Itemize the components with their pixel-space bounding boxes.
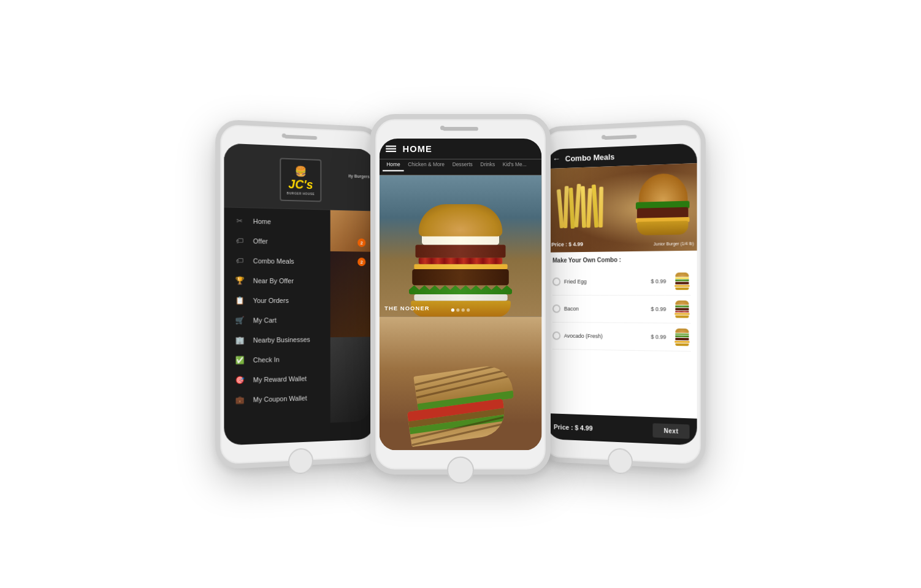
hamburger-line-2 <box>386 148 396 149</box>
phone-2: HOME Home Chicken & More Desserts Drinks… <box>370 114 551 475</box>
phone-3-screen: ← Combo Meals <box>547 143 697 445</box>
phone-3: ← Combo Meals <box>539 119 706 470</box>
radio-avocado[interactable] <box>552 331 560 340</box>
sidebar-cart-label: My Cart <box>253 316 366 324</box>
mini-bun-top-1 <box>675 272 689 277</box>
fried-egg-label: Fried Egg <box>564 278 648 284</box>
mini-bun-top-3 <box>675 328 689 332</box>
combo-option-fried-egg[interactable]: Fried Egg $ 0.99 <box>552 267 690 296</box>
mini-bun-bottom-3 <box>675 343 689 345</box>
make-combo-title: Make Your Own Combo : <box>552 255 690 263</box>
tab-kids[interactable]: Kid's Me... <box>499 159 530 171</box>
fry-6 <box>586 188 592 227</box>
combo-footer: Price : $ 4.99 Next <box>547 413 697 445</box>
cheese-layer <box>414 264 507 269</box>
bacon-price: $ 0.99 <box>651 306 666 312</box>
sidebar-coupon-label: My Coupon Wallet <box>253 392 366 403</box>
sidebar-item-nearby-businesses[interactable]: 🏢 Nearby Businesses <box>224 329 374 350</box>
combo-burger-illustration <box>636 169 691 245</box>
fry-1 <box>557 189 564 228</box>
home-header: HOME <box>380 138 542 159</box>
tab-home[interactable]: Home <box>383 159 404 171</box>
radio-fried-egg[interactable] <box>552 277 560 286</box>
mini-filling-3 <box>675 335 689 337</box>
bun-top <box>419 204 503 237</box>
panini-container <box>403 366 519 443</box>
meat-layer <box>416 245 506 258</box>
tab-desserts[interactable]: Desserts <box>448 159 476 171</box>
building-icon: 🏢 <box>234 335 246 344</box>
mini-cheese-3 <box>675 341 689 343</box>
combo-badge: 2 <box>357 258 365 266</box>
combo-screen-title: Combo Meals <box>565 151 615 162</box>
sidebar-home-label: Home <box>253 217 366 227</box>
mini-egg <box>675 277 689 279</box>
fry-5 <box>581 186 586 227</box>
mini-bacon <box>675 311 689 313</box>
checkin-icon: ✅ <box>234 356 246 365</box>
logo-subtitle: BURGER HOUSE <box>287 191 315 195</box>
next-button[interactable]: Next <box>653 423 690 439</box>
avocado-price: $ 0.99 <box>651 334 666 340</box>
combo-option-avocado[interactable]: Avocado (Fresh) $ 0.99 <box>552 322 690 351</box>
mini-cheese-1 <box>675 285 689 287</box>
burger-logo-icon: 🍔 <box>295 164 307 177</box>
hero-food-image: THE NOONER <box>380 175 542 316</box>
sidebar-nearby-label: Nearby Businesses <box>253 335 366 343</box>
bacon-layer <box>419 258 503 264</box>
sidebar-item-offer[interactable]: 🏷 Offer 2 <box>224 231 374 253</box>
sidebar-nearby-offer-label: Near By Offer <box>253 277 366 284</box>
fry-7 <box>592 184 598 227</box>
phone-2-home-button[interactable] <box>447 456 474 483</box>
combo-bun-bottom <box>637 221 689 235</box>
mini-patty-3 <box>675 338 689 340</box>
offer-icon: 🏷 <box>234 236 246 245</box>
sidebar-item-combo[interactable]: 🏷 Combo Meals 2 <box>224 250 374 271</box>
sidebar-offer-label: Offer <box>253 237 357 246</box>
combo-price-label: Price : $ 4.99 <box>551 241 583 248</box>
mini-patty-2 <box>675 308 689 310</box>
cart-icon: 🛒 <box>234 316 246 324</box>
sidebar-item-nearby-offer[interactable]: 🏆 Near By Offer <box>224 270 374 291</box>
sidebar-item-coupon[interactable]: 💼 My Coupon Wallet <box>224 386 374 410</box>
footer-price: Price : $ 4.99 <box>554 422 593 431</box>
combo-icon: 🏷 <box>234 256 246 265</box>
nearby-offer-icon: 🏆 <box>234 276 246 284</box>
combo-option-bacon[interactable]: Bacon $ 0.99 <box>552 295 690 323</box>
phone-3-home-button[interactable] <box>608 448 633 475</box>
home-screen-title: HOME <box>403 143 432 154</box>
tab-drinks[interactable]: Drinks <box>476 159 499 171</box>
fries-illustration <box>556 175 608 237</box>
sidebar-item-cart[interactable]: 🛒 My Cart <box>224 310 374 330</box>
coupon-icon: 💼 <box>234 395 246 405</box>
mini-bun-bottom-1 <box>675 287 689 289</box>
combo-food-image: Price : $ 4.99 Junior Burger (1/4 lb) <box>547 163 697 253</box>
hamburger-menu-icon[interactable] <box>386 145 396 152</box>
combo-burger-name: Junior Burger (1/4 lb) <box>654 241 694 246</box>
orders-icon: 📋 <box>234 296 246 305</box>
hero-burger <box>409 204 512 317</box>
avocado-burger-icon <box>673 328 690 346</box>
sidebar-item-orders[interactable]: 📋 Your Orders <box>224 290 374 310</box>
secondary-food-section <box>380 316 542 449</box>
sidebar-orders-label: Your Orders <box>253 296 366 304</box>
logo-badge: 🍔 JC's BURGER HOUSE <box>280 158 321 202</box>
sidebar-screen: ity Burgers 🍔 JC's BURGER HOUSE ✂ Home <box>224 143 374 445</box>
bacon-burger-icon <box>673 300 690 318</box>
fried-egg-price: $ 0.99 <box>651 278 666 284</box>
combo-screen: ← Combo Meals <box>547 143 697 445</box>
mini-patty-1 <box>675 282 689 284</box>
sidebar-item-checkin[interactable]: ✅ Check In <box>224 348 374 370</box>
avocado-label: Avocado (Fresh) <box>564 332 648 340</box>
mini-bun-bottom-2 <box>675 315 689 318</box>
tab-chicken[interactable]: Chicken & More <box>404 159 448 171</box>
phone-1-home-button[interactable] <box>288 448 313 475</box>
fry-8 <box>598 186 603 227</box>
fried-egg-burger-icon <box>673 272 690 290</box>
sidebar-item-home[interactable]: ✂ Home <box>224 210 374 233</box>
grill-line-1 <box>415 363 509 386</box>
hero-dots <box>451 308 470 311</box>
back-arrow-icon[interactable]: ← <box>552 153 560 163</box>
sidebar-checkin-label: Check In <box>253 354 366 363</box>
radio-bacon[interactable] <box>552 304 560 313</box>
